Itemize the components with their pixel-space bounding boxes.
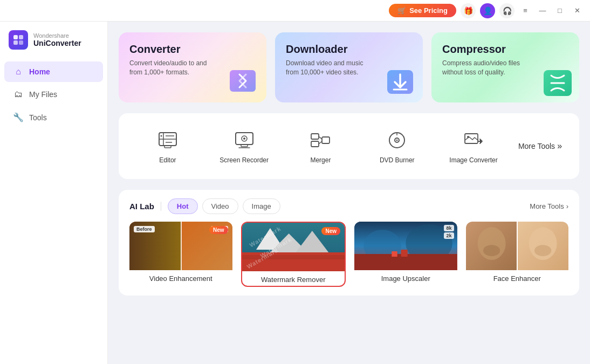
screen-recorder-label: Screen Recorder (219, 156, 269, 164)
compressor-card[interactable]: Compressor Compress audio/video files wi… (431, 32, 579, 102)
close-button[interactable]: ✕ (571, 4, 584, 17)
image-upscaler-label: Image Upscaler (354, 270, 457, 285)
svg-rect-1 (19, 35, 23, 39)
watermark-remover-label: Watermark Remover (242, 271, 345, 286)
editor-label: Editor (159, 156, 176, 164)
svg-rect-42 (401, 250, 408, 257)
maximize-button[interactable]: □ (553, 4, 566, 17)
svg-rect-22 (322, 137, 330, 143)
logo-text: Wondershare UniConverter (33, 32, 81, 47)
dvd-burner-icon (385, 128, 409, 152)
ai-card-video-enhancement[interactable]: Before After New Video Enhancement (129, 222, 232, 287)
face-left (466, 222, 517, 270)
see-pricing-label: See Pricing (409, 6, 448, 15)
tab-image[interactable]: Image (243, 198, 280, 214)
ai-card-watermark-remover[interactable]: Watermark Watermark Watermark New Waterm… (241, 222, 346, 287)
face-right (517, 222, 568, 270)
image-converter-label: Image Converter (449, 156, 497, 164)
ai-card-face-enhancer[interactable]: Face Enhancer (466, 222, 569, 287)
svg-rect-0 (13, 35, 18, 39)
cart-icon: 🛒 (397, 6, 406, 15)
more-tools-label: More Tools (518, 142, 555, 150)
badge-2k: 2k (444, 232, 454, 239)
svg-point-27 (396, 140, 398, 141)
video-enhancement-label: Video Enhancement (129, 270, 232, 285)
ai-cards-grid: Before After New Video Enhancement (129, 222, 568, 287)
downloader-desc: Download video and music from 10,000+ vi… (286, 59, 378, 77)
svg-rect-14 (164, 146, 171, 148)
tab-hot[interactable]: Hot (168, 198, 198, 214)
sidebar-item-home[interactable]: ⌂ Home (4, 61, 103, 82)
merger-icon (308, 128, 332, 152)
svg-rect-41 (392, 251, 397, 257)
app-logo-icon (9, 30, 28, 50)
svg-line-23 (319, 136, 322, 139)
minimize-button[interactable]: — (536, 4, 549, 17)
hero-cards-section: Converter Convert video/audio to and fro… (119, 32, 579, 102)
tool-editor[interactable]: Editor (129, 124, 206, 168)
svg-rect-4 (230, 70, 256, 92)
converter-card[interactable]: Converter Convert video/audio to and fro… (119, 32, 266, 102)
gift-button[interactable]: 🎁 (461, 3, 476, 18)
converter-title: Converter (129, 43, 256, 56)
screen-recorder-icon (232, 128, 256, 152)
downloader-title: Downloader (286, 43, 412, 56)
svg-rect-21 (311, 141, 319, 147)
tools-grid: Editor Screen Recorder (129, 124, 568, 168)
svg-rect-20 (311, 134, 319, 139)
svg-point-11 (160, 135, 162, 137)
ailab-section: AI Lab Hot Video Image More Tools › (119, 190, 579, 296)
tool-image-converter[interactable]: Image Converter (435, 124, 512, 168)
compressor-icon (540, 66, 573, 98)
compressor-title: Compressor (442, 43, 568, 56)
tool-screen-recorder[interactable]: Screen Recorder (206, 124, 283, 168)
tools-section: Editor Screen Recorder (119, 113, 579, 179)
new-badge-watermark: New (321, 227, 340, 235)
tool-merger[interactable]: Merger (283, 124, 359, 168)
badge-8k: 8k (444, 225, 454, 231)
svg-line-24 (319, 141, 322, 144)
downloader-icon (384, 66, 414, 96)
user-button[interactable]: 👤 (480, 3, 495, 18)
files-icon: 🗂 (13, 90, 24, 99)
svg-rect-3 (19, 40, 23, 45)
face-divider (517, 222, 518, 270)
sidebar-item-tools[interactable]: 🔧 Tools (4, 107, 103, 128)
new-badge-video: New (209, 226, 228, 234)
svg-point-46 (534, 245, 551, 256)
sidebar-item-my-files[interactable]: 🗂 My Files (4, 84, 103, 105)
main-content: Converter Convert video/audio to and fro… (108, 22, 590, 364)
home-icon: ⌂ (13, 67, 24, 77)
see-pricing-button[interactable]: 🛒 See Pricing (389, 4, 456, 17)
chevron-right-icon: » (557, 141, 562, 151)
chevron-icon: › (566, 202, 568, 210)
logo-area: Wondershare UniConverter (0, 30, 107, 60)
titlebar: 🛒 See Pricing 🎁 👤 🎧 ≡ — □ ✕ (0, 0, 590, 22)
tools-icon: 🔧 (13, 112, 24, 122)
home-label: Home (29, 67, 50, 76)
menu-button[interactable]: ≡ (519, 4, 532, 17)
ailab-label: AI Lab (129, 202, 161, 211)
ailab-more-tools[interactable]: More Tools › (530, 202, 568, 210)
sidebar: Wondershare UniConverter ⌂ Home 🗂 My Fil… (0, 22, 108, 364)
compressor-desc: Compress audio/video files without loss … (442, 59, 534, 77)
merger-label: Merger (310, 156, 331, 164)
more-tools-button[interactable]: More Tools » (512, 137, 568, 155)
face-enhancer-label: Face Enhancer (466, 270, 569, 285)
face-enhancer-thumb (466, 222, 569, 270)
ailab-tabs: AI Lab Hot Video Image (129, 198, 285, 214)
converter-desc: Convert video/audio to and from 1,000+ f… (129, 59, 221, 77)
tools-label: Tools (29, 113, 47, 122)
ai-card-image-upscaler[interactable]: 8k 2k Image Upscaler (354, 222, 457, 287)
converter-icon (225, 64, 260, 98)
svg-point-44 (483, 245, 500, 256)
tool-dvd-burner[interactable]: DVD Burner (359, 124, 435, 168)
svg-rect-2 (13, 40, 18, 45)
svg-rect-16 (241, 145, 248, 147)
editor-icon (156, 128, 180, 152)
headset-button[interactable]: 🎧 (499, 3, 514, 18)
downloader-card[interactable]: Downloader Download video and music from… (275, 32, 423, 102)
tab-video[interactable]: Video (202, 198, 238, 214)
svg-point-30 (467, 136, 469, 138)
dvd-burner-label: DVD Burner (380, 156, 415, 164)
